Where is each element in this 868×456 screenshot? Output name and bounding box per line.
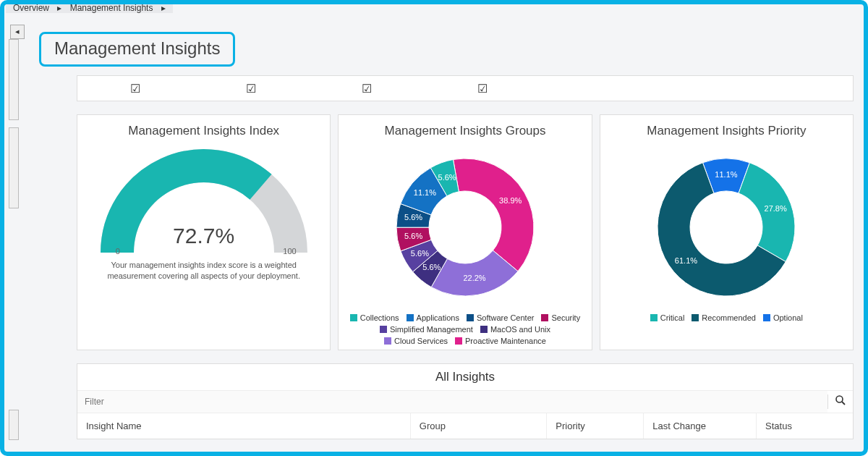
donut-slice-label: 22.2%: [463, 274, 485, 282]
main-content: ☑ ☑ ☑ ☑ Management Insights Index 72.7% …: [77, 75, 854, 444]
donut-groups-chart: 38.9%22.2%5.6%5.6%5.6%5.6%11.1%5.6%: [382, 144, 548, 311]
donut-slice-label: 5.6%: [438, 173, 456, 182]
card-index: Management Insights Index 72.7% 0 100 Yo…: [77, 114, 331, 350]
legend-swatch: [384, 337, 391, 345]
legend-swatch: [380, 326, 387, 333]
card-title: Management Insights Priority: [647, 124, 806, 138]
page-title: Management Insights: [39, 32, 235, 67]
gauge-chart: 72.7% 0 100: [88, 144, 320, 253]
donut-priority-chart: 11.1%27.8%61.1%: [643, 144, 809, 311]
card-title: Management Insights Index: [128, 124, 279, 138]
chevron-right-icon: ▸: [161, 3, 166, 13]
card-title: Management Insights Groups: [384, 124, 545, 138]
rail-handle[interactable]: [9, 410, 19, 440]
checkbox-4[interactable]: ☑: [425, 82, 540, 96]
svg-point-0: [836, 396, 843, 402]
gauge-max: 100: [283, 247, 296, 256]
col-last-change[interactable]: Last Change: [644, 413, 757, 439]
legend-item[interactable]: Recommended: [692, 313, 756, 322]
donut-slice-label: 27.8%: [765, 204, 787, 213]
app-window: Overview ▸ Management Insights ▸ ◂ Manag…: [0, 0, 868, 456]
col-insight-name[interactable]: Insight Name: [77, 413, 411, 439]
rail-handle[interactable]: [9, 39, 19, 120]
donut-slice-label: 5.6%: [404, 232, 422, 240]
gauge-value: 72.7%: [88, 224, 320, 248]
card-priority: Management Insights Priority 11.1%27.8%6…: [600, 114, 854, 350]
legend-item[interactable]: Simplified Management: [380, 325, 473, 334]
svg-line-1: [842, 402, 845, 405]
filter-checkbox-row: ☑ ☑ ☑ ☑: [77, 75, 854, 101]
donut-slice-label: 11.1%: [414, 188, 436, 197]
donut-slice-label: 5.6%: [404, 213, 422, 221]
legend-priority: CriticalRecommendedOptional: [650, 313, 803, 322]
donut-slice-label: 5.6%: [422, 263, 441, 271]
legend-item[interactable]: Proactive Maintenance: [455, 337, 546, 345]
donut-slice-label: 61.1%: [675, 256, 697, 265]
legend-swatch: [692, 314, 699, 321]
col-priority[interactable]: Priority: [547, 413, 644, 439]
all-insights-panel: All Insights Insight Name Group Priority…: [77, 363, 854, 439]
checkbox-1[interactable]: ☑: [77, 82, 193, 96]
legend-swatch: [350, 314, 357, 321]
legend-swatch: [480, 326, 488, 333]
donut-slice-label: 11.1%: [715, 170, 738, 179]
legend-swatch: [407, 314, 414, 321]
col-status[interactable]: Status: [757, 413, 853, 439]
breadcrumb-item[interactable]: Overview: [13, 3, 49, 13]
breadcrumb-item[interactable]: Management Insights: [70, 3, 153, 13]
collapse-panel-button[interactable]: ◂: [10, 25, 25, 39]
chart-cards-row: Management Insights Index 72.7% 0 100 Yo…: [77, 114, 854, 350]
legend-item[interactable]: Security: [541, 313, 580, 322]
gauge-description: Your management insights index score is …: [92, 260, 315, 282]
legend-item[interactable]: Optional: [763, 313, 803, 322]
donut-slice-label: 5.6%: [411, 249, 429, 258]
col-group[interactable]: Group: [411, 413, 547, 439]
all-insights-title: All Insights: [77, 364, 853, 391]
left-rail: [9, 39, 17, 447]
rail-handle[interactable]: [9, 127, 19, 208]
legend-item[interactable]: Cloud Services: [384, 337, 448, 345]
chevron-right-icon: ▸: [57, 3, 61, 13]
legend-item[interactable]: Software Center: [467, 313, 534, 322]
card-groups: Management Insights Groups 38.9%22.2%5.6…: [338, 114, 592, 350]
legend-item[interactable]: MacOS and Unix: [480, 325, 550, 334]
donut-slice-label: 38.9%: [499, 196, 522, 205]
breadcrumb[interactable]: Overview ▸ Management Insights ▸: [6, 3, 173, 13]
legend-swatch: [455, 337, 462, 345]
legend-swatch: [650, 314, 658, 321]
gauge-min: 0: [116, 247, 120, 256]
search-icon[interactable]: [827, 394, 853, 409]
legend-swatch: [763, 314, 770, 321]
legend-groups: CollectionsApplicationsSoftware CenterSe…: [344, 313, 585, 345]
checkbox-2[interactable]: ☑: [193, 82, 309, 96]
legend-item[interactable]: Collections: [350, 313, 399, 322]
legend-swatch: [541, 314, 548, 321]
checkbox-3[interactable]: ☑: [309, 82, 425, 96]
legend-item[interactable]: Applications: [407, 313, 459, 322]
legend-swatch: [467, 314, 474, 321]
legend-item[interactable]: Critical: [650, 313, 685, 322]
filter-row: [77, 391, 853, 413]
insights-table-header: Insight Name Group Priority Last Change …: [77, 413, 853, 439]
filter-input[interactable]: [77, 391, 827, 413]
